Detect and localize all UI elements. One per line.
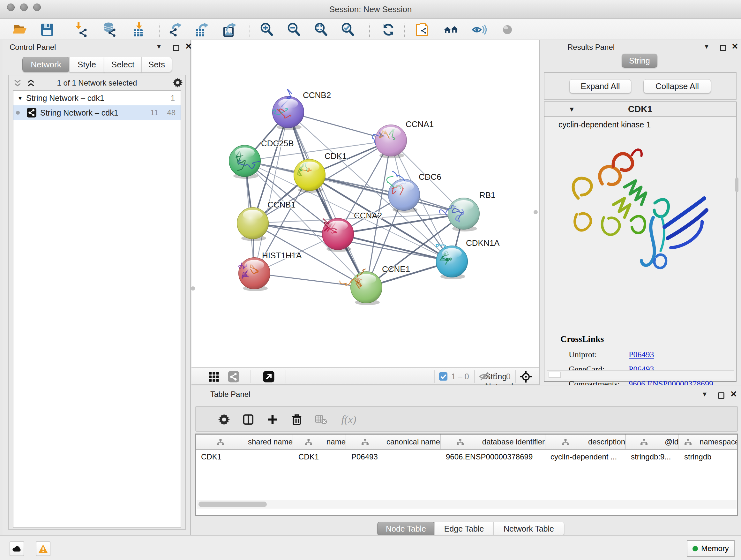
left-splitter-handle[interactable] <box>191 287 195 291</box>
create-column-button[interactable] <box>265 412 280 427</box>
table-cell[interactable]: P06493 <box>346 450 441 464</box>
tab-style[interactable]: Style <box>69 57 105 72</box>
browser-home-button[interactable] <box>441 21 461 39</box>
collapse-table-button[interactable]: ▾ <box>703 388 706 399</box>
table-row[interactable]: CDK1CDK1P064939606.ENSP00000378699cyclin… <box>196 450 737 464</box>
table-cell[interactable]: CDK1 <box>293 450 346 464</box>
birdseye-grid-button[interactable] <box>207 370 220 383</box>
table-options-button[interactable] <box>216 412 232 427</box>
export-image-button[interactable] <box>221 21 240 39</box>
results-hscrollbar[interactable] <box>547 370 734 379</box>
collapse-all-button[interactable]: Collapse All <box>643 79 711 93</box>
table-cell[interactable]: stringdb:9... <box>626 450 679 464</box>
network-row[interactable]: String Network – cdk1 11 48 <box>13 105 181 120</box>
tab-network-table[interactable]: Network Table <box>493 522 564 536</box>
tab-network[interactable]: Network <box>22 57 70 72</box>
table-panel: Table Panel ▾ ✕ f(x) shared namenamecano… <box>191 385 741 535</box>
column-header-label: shared name <box>248 437 293 446</box>
share-icon <box>227 371 240 383</box>
import-table-button[interactable] <box>130 21 149 39</box>
edge-CCNB2-HIST1H1A[interactable] <box>254 112 288 273</box>
save-session-button[interactable] <box>38 21 57 39</box>
zoom-out-button[interactable] <box>284 21 304 39</box>
hscrollbar-thumb[interactable] <box>199 502 267 507</box>
close-results-button[interactable]: ✕ <box>731 41 738 52</box>
close-panel-button[interactable]: ✕ <box>185 41 192 52</box>
column-header-canonical-name[interactable]: canonical name <box>346 435 441 449</box>
detach-view-button[interactable] <box>262 370 275 383</box>
collapse-results-button[interactable]: ▾ <box>704 41 709 52</box>
column-header-name[interactable]: name <box>293 435 346 449</box>
network-canvas[interactable]: CCNB2CCNA1CDC25BCDK1CDC6RB1CCNB1CCNA2CDK… <box>192 40 539 367</box>
window-title: Session: New Session <box>0 4 741 14</box>
right-splitter-handle[interactable] <box>534 210 538 214</box>
import-network-file-button[interactable] <box>72 21 91 39</box>
column-type-icon <box>684 438 692 446</box>
warnings-button[interactable] <box>36 542 51 556</box>
graphics-details-button[interactable] <box>469 21 488 39</box>
share-network-button[interactable] <box>413 21 432 39</box>
column-header-description[interactable]: description <box>545 435 626 449</box>
edge-CCNB2-CCNE1[interactable] <box>288 112 366 287</box>
table-cell[interactable]: 9606.ENSP00000378699 <box>441 450 545 464</box>
export-network-button[interactable] <box>166 21 185 39</box>
open-session-button[interactable] <box>10 21 30 39</box>
tab-sets[interactable]: Sets <box>141 57 172 72</box>
import-network-database-button[interactable] <box>100 21 119 39</box>
network-selection-status: 1 of 1 Network selected <box>9 78 185 87</box>
fit-content-button[interactable] <box>520 370 532 383</box>
zoom-in-button[interactable] <box>257 21 276 39</box>
close-table-button[interactable]: ✕ <box>730 388 737 399</box>
scroll-corner <box>549 372 561 378</box>
trash-icon <box>290 413 303 426</box>
selected-nodes-checkbox[interactable] <box>439 372 448 381</box>
function-builder-button[interactable]: f(x) <box>338 412 360 427</box>
tab-select[interactable]: Select <box>104 57 142 72</box>
network-options-button[interactable] <box>172 77 183 88</box>
clear-table-button[interactable] <box>313 412 329 427</box>
edge-CCNE1-HIST1H1A[interactable] <box>254 273 366 287</box>
node-CCNB1[interactable]: CCNB1 <box>237 200 295 241</box>
delete-column-button[interactable] <box>289 412 305 427</box>
zoom-fit-button[interactable] <box>312 21 331 39</box>
application-window: Session: New Session ? Control Panel <box>0 0 741 560</box>
column-header-@id[interactable]: @id <box>626 435 679 449</box>
node-CDKN1A[interactable]: CDKN1A <box>436 238 500 279</box>
table-hscrollbar[interactable] <box>197 500 737 509</box>
collapse-gene-caret[interactable]: ▾ <box>570 102 574 116</box>
show-view-button[interactable] <box>498 21 517 39</box>
network-share-button[interactable] <box>227 370 240 383</box>
tab-node-table[interactable]: Node Table <box>377 522 434 536</box>
expand-all-button[interactable]: Expand All <box>569 79 631 93</box>
gear-icon <box>172 77 183 88</box>
float-panel-button[interactable] <box>173 43 179 54</box>
column-header-namespace[interactable]: namespace <box>679 435 738 449</box>
table-cell[interactable]: stringdb <box>679 450 738 464</box>
export-table-icon <box>195 22 210 37</box>
node-HIST1H1A[interactable]: HIST1H1A <box>239 251 302 291</box>
memory-button[interactable]: Memory <box>687 540 735 557</box>
gene-section-header: ▾ CDK1 <box>544 102 736 117</box>
column-header-shared-name[interactable]: shared name <box>196 435 293 449</box>
table-cell[interactable]: cyclin-dependent ... <box>545 450 626 464</box>
tab-string[interactable]: String <box>622 54 657 68</box>
apply-layout-button[interactable] <box>379 21 398 39</box>
crosshair-icon <box>520 370 532 383</box>
crosslink-link[interactable]: P06493 <box>629 350 654 360</box>
tab-edge-table[interactable]: Edge Table <box>434 522 494 536</box>
zoom-selected-button[interactable] <box>338 21 357 39</box>
cloud-status-button[interactable] <box>10 542 24 556</box>
network-collection-row[interactable]: ▾ String Network – cdk1 1 <box>13 91 181 105</box>
float-table-button[interactable] <box>718 390 724 401</box>
export-table-button[interactable] <box>193 21 212 39</box>
float-results-button[interactable] <box>720 43 726 54</box>
collapse-panel-button[interactable]: ▾ <box>157 41 161 52</box>
table-cell[interactable]: CDK1 <box>196 450 293 464</box>
gene-description: cyclin-dependent kinase 1 <box>544 117 736 129</box>
network-graph[interactable]: CCNB2CCNA1CDC25BCDK1CDC6RB1CCNB1CCNA2CDK… <box>192 40 539 367</box>
select-columns-button[interactable] <box>241 412 256 427</box>
results-vscrollbar-thumb[interactable] <box>735 178 738 192</box>
node-label-CDK1: CDK1 <box>325 151 347 161</box>
node-label-CCNB1: CCNB1 <box>267 200 295 209</box>
column-header-database-identifier[interactable]: database identifier <box>441 435 545 449</box>
